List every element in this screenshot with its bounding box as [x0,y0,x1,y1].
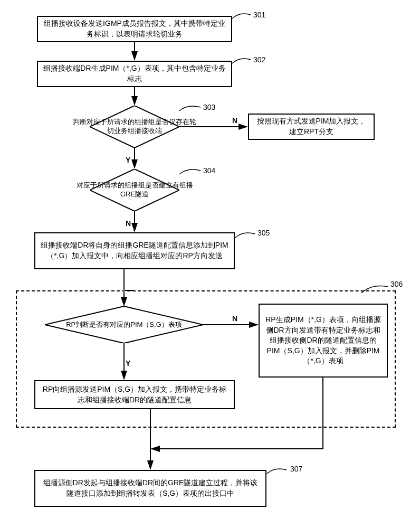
decision-text: RP判断是否有对应的PIM（S,G）表项 [45,320,203,329]
step-303-no: 按照现有方式发送PIM加入报文，建立RPT分支 [248,114,375,140]
step-306-yes: RP向组播源发送PIM（S,G）加入报文，携带特定业务标志和组播接收端DR的隧道… [34,380,235,409]
label-301: 301 [253,11,265,19]
step-301: 组播接收设备发送IGMP成员报告报文，其中携带特定业务标识，以表明请求轮切业务 [37,16,232,42]
decision-306: RP判断是否有对应的PIM（S,G）表项 [45,306,203,343]
label-302: 302 [253,55,265,64]
step-text: 按照现有方式发送PIM加入报文，建立RPT分支 [254,116,368,137]
label-304: 304 [203,166,215,175]
step-text: RP向组播源发送PIM（S,G）加入报文，携带特定业务标志和组播接收端DR的隧道… [41,384,228,405]
step-text: 组播接收端DR生成PIM（*,G）表项，其中包含特定业务标志 [43,63,226,84]
step-307: 组播源侧DR发起与组播接收端DR间的GRE隧道建立过程，并将该隧道接口添加到组播… [34,470,266,507]
step-302: 组播接收端DR生成PIM（*,G）表项，其中包含特定业务标志 [37,61,232,87]
decision-text: 判断对应于所请求的组播组是否仅存在轮切业务组播接收端 [72,118,197,136]
label-306: 306 [390,280,403,288]
decision-text: 对应于所请求的组播组是否建立有组播GRE隧道 [72,181,197,199]
label-no: N [232,314,237,323]
step-305: 组播接收端DR将自身的组播GRE隧道配置信息添加到PIM（*,G）加入报文中，向… [34,232,235,269]
leader-307 [263,466,294,476]
step-text: 组播接收设备发送IGMP成员报告报文，其中携带特定业务标识，以表明请求轮切业务 [43,18,226,39]
label-303: 303 [203,103,215,111]
label-307: 307 [290,465,302,473]
label-no: N [126,219,131,228]
step-306-no: RP生成PIM（*,G）表项，向组播源侧DR方向发送带有特定业务标志和组播接收侧… [259,304,388,378]
flowchart-container: 组播接收设备发送IGMP成员报告报文，其中携带特定业务标识，以表明请求轮切业务 … [11,11,409,517]
step-text: RP生成PIM（*,G）表项，向组播源侧DR方向发送带有特定业务标志和组播接收侧… [265,315,381,366]
label-no: N [232,116,237,125]
label-305: 305 [257,229,270,237]
decision-303: 判断对应于所请求的组播组是否仅存在轮切业务组播接收端 [90,106,179,148]
label-yes: Y [126,156,130,164]
label-yes: Y [126,359,130,367]
step-text: 组播接收端DR将自身的组播GRE隧道配置信息添加到PIM（*,G）加入报文中，向… [41,240,228,261]
decision-304: 对应于所请求的组播组是否建立有组播GRE隧道 [90,169,179,211]
step-text: 组播源侧DR发起与组播接收端DR间的GRE隧道建立过程，并将该隧道接口添加到组播… [41,478,260,498]
